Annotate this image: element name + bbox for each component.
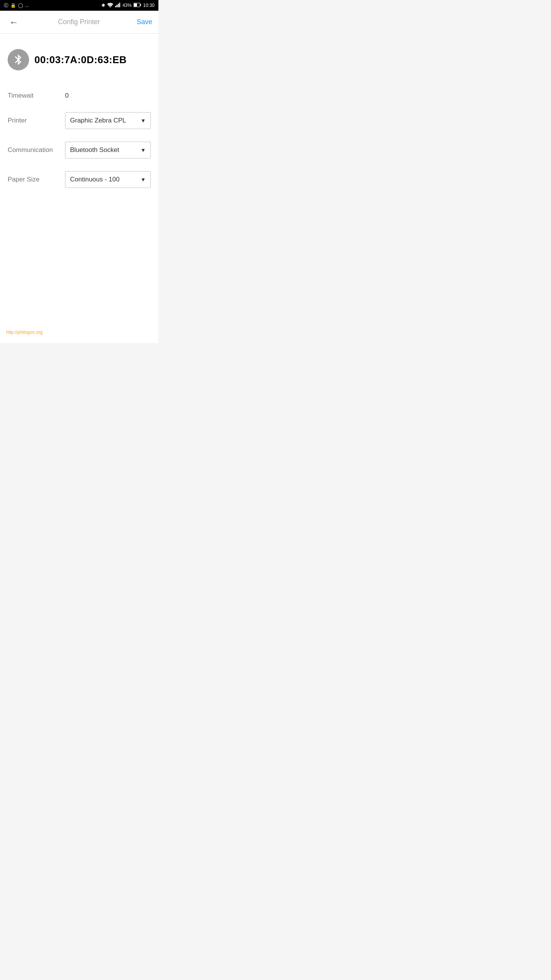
content-area: 00:03:7A:0D:63:EB Timewait 0 Printer Gra… <box>0 34 158 321</box>
saavn-icon: Ⓒ <box>4 2 8 9</box>
footer: http://philogos.org <box>0 321 158 343</box>
svg-rect-4 <box>119 3 120 7</box>
paper-size-row: Paper Size Continuous - 100 ▼ <box>8 165 151 194</box>
svg-rect-2 <box>116 5 117 7</box>
svg-point-0 <box>109 7 111 7</box>
svg-rect-3 <box>118 4 119 7</box>
status-left: Ⓒ 🔒 ◯ ... <box>4 2 29 9</box>
bluetooth-icon <box>12 54 24 66</box>
svg-rect-1 <box>115 6 116 7</box>
status-right: ✱ 43% <box>101 3 155 8</box>
paper-size-dropdown[interactable]: Continuous - 100 ▼ <box>65 171 151 188</box>
more-icon: ... <box>25 3 29 8</box>
printer-dropdown[interactable]: Graphic Zebra CPL ▼ <box>65 112 151 129</box>
timewait-label: Timewait <box>8 92 61 100</box>
time-display: 10:30 <box>143 3 155 8</box>
footer-link[interactable]: http://philogos.org <box>6 330 42 335</box>
page-wrapper: Ⓒ 🔒 ◯ ... ✱ <box>0 0 158 343</box>
signal-icon <box>115 3 121 8</box>
nav-bar: ← Config Printer Save <box>0 11 158 34</box>
bottom-space <box>8 198 151 313</box>
status-bar: Ⓒ 🔒 ◯ ... ✱ <box>0 0 158 11</box>
battery-icon <box>134 3 141 8</box>
bluetooth-status-icon: ✱ <box>101 3 105 8</box>
page-title: Config Printer <box>58 18 100 26</box>
wifi-icon <box>107 3 113 8</box>
back-button[interactable]: ← <box>6 14 21 31</box>
printer-dropdown-arrow: ▼ <box>140 118 146 124</box>
paper-size-dropdown-value: Continuous - 100 <box>70 176 119 183</box>
lock-icon: 🔒 <box>10 3 16 8</box>
paper-size-dropdown-arrow: ▼ <box>140 176 146 183</box>
printer-row: Printer Graphic Zebra CPL ▼ <box>8 106 151 136</box>
battery-text: 43% <box>122 3 132 8</box>
timewait-row: Timewait 0 <box>8 86 151 106</box>
save-button[interactable]: Save <box>137 18 152 26</box>
communication-dropdown-arrow: ▼ <box>140 147 146 153</box>
communication-dropdown[interactable]: Bluetooth Socket ▼ <box>65 142 151 158</box>
printer-dropdown-value: Graphic Zebra CPL <box>70 117 126 124</box>
timewait-value: 0 <box>65 92 68 100</box>
svg-rect-6 <box>140 4 141 6</box>
communication-row: Communication Bluetooth Socket ▼ <box>8 136 151 165</box>
paper-size-label: Paper Size <box>8 176 61 183</box>
form-section: Timewait 0 Printer Graphic Zebra CPL ▼ C… <box>8 82 151 198</box>
bluetooth-header: 00:03:7A:0D:63:EB <box>8 41 151 82</box>
communication-dropdown-value: Bluetooth Socket <box>70 146 119 154</box>
svg-rect-7 <box>134 3 137 7</box>
printer-label: Printer <box>8 117 61 124</box>
communication-label: Communication <box>8 146 61 154</box>
bluetooth-address: 00:03:7A:0D:63:EB <box>34 54 127 66</box>
bluetooth-icon-container <box>8 49 29 70</box>
circle-icon: ◯ <box>18 3 23 8</box>
